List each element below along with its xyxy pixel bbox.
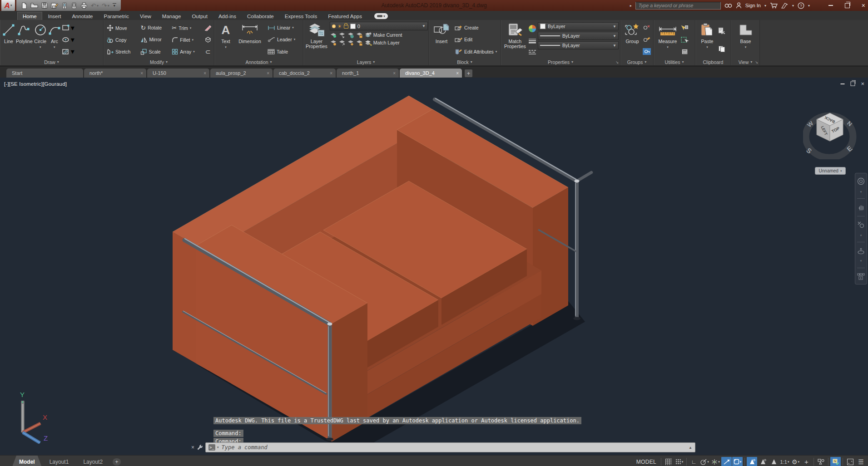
make-current-button[interactable]: Make Current xyxy=(373,32,402,38)
command-expand-icon[interactable]: ▲ xyxy=(689,446,692,450)
tab-parametric[interactable]: Parametric xyxy=(99,12,134,20)
viewport-close-icon[interactable]: × xyxy=(861,80,864,87)
isolate-objects-button[interactable] xyxy=(816,457,826,466)
tab-express-tools[interactable]: Express Tools xyxy=(280,12,322,20)
tab-home[interactable]: Home xyxy=(17,12,42,20)
copy-button[interactable]: Copy xyxy=(105,37,132,43)
ungroup-icon[interactable] xyxy=(643,25,650,30)
quick-calc-select-icon[interactable] xyxy=(680,36,689,43)
panel-properties-footer[interactable]: Properties▾↘ xyxy=(501,59,620,65)
panel-block-footer[interactable]: Block▾ xyxy=(429,59,501,65)
polyline-button[interactable]: Polyline xyxy=(15,21,33,59)
properties-dialog-launcher[interactable]: ↘ xyxy=(615,60,619,64)
table-button[interactable]: Table xyxy=(266,49,297,54)
layer-freeze-tool-icon[interactable] xyxy=(347,32,354,38)
file-tab-divano-3d-4[interactable]: divano_3D_4× xyxy=(400,69,462,78)
help-caret-icon[interactable]: ▾ xyxy=(808,4,810,8)
file-tab-north-1[interactable]: north_1× xyxy=(337,69,399,78)
linetype-icon[interactable] xyxy=(528,49,536,55)
layout1-tab[interactable]: Layout1 xyxy=(42,456,76,466)
help-search-box[interactable] xyxy=(635,2,721,10)
measure-button[interactable]: Measure ▾ xyxy=(655,21,680,59)
layout2-tab[interactable]: Layout2 xyxy=(76,456,110,466)
panel-annotation-footer[interactable]: Annotation▾ xyxy=(214,59,303,65)
layer-selector[interactable]: ☀ 0 ▼ xyxy=(330,22,428,30)
annotation-monitor-button[interactable]: + xyxy=(801,457,812,466)
match-properties-button[interactable]: Match Properties xyxy=(503,21,527,59)
close-button[interactable]: × xyxy=(862,2,865,9)
edit-attributes-button[interactable]: Edit Attributes▾ xyxy=(453,49,498,54)
tab-close-icon[interactable]: × xyxy=(330,71,332,76)
help-icon[interactable]: ? xyxy=(798,2,804,9)
edit-block-button[interactable]: Edit xyxy=(453,37,498,43)
zoom-icon[interactable] xyxy=(857,221,865,229)
workspace-switching-button[interactable]: ⚙▾ xyxy=(790,457,801,466)
restore-button[interactable] xyxy=(845,3,850,8)
line-button[interactable]: Line xyxy=(2,21,15,59)
orbit-icon[interactable] xyxy=(857,247,865,255)
panel-view-footer[interactable]: View▾↘ xyxy=(731,59,759,65)
panel-utilities-footer[interactable]: Utilities▾ xyxy=(654,59,695,65)
pan-icon[interactable] xyxy=(858,204,865,211)
lineweight-selector[interactable]: ByLayer ▼ xyxy=(538,32,619,40)
osnap-lines-button[interactable] xyxy=(721,457,732,466)
hatch-button[interactable]: ▾ xyxy=(62,47,74,56)
linear-dimension-button[interactable]: Linear▾ xyxy=(266,25,297,30)
quick-calc-icon[interactable] xyxy=(681,49,688,55)
search-input[interactable] xyxy=(638,2,719,9)
save-as-icon[interactable] xyxy=(51,2,58,9)
object-snap-tracking-button[interactable] xyxy=(769,457,779,466)
mirror-button[interactable]: Mirror xyxy=(139,37,163,43)
new-drawing-tab-button[interactable]: + xyxy=(465,69,472,77)
command-customize-icon[interactable] xyxy=(197,444,203,451)
create-block-button[interactable]: Create xyxy=(453,25,498,31)
file-tab-aula-prosp-2[interactable]: aula_prosp_2× xyxy=(210,69,273,78)
quick-select-icon[interactable] xyxy=(680,25,689,31)
text-button[interactable]: A Text ▾ xyxy=(216,21,235,59)
file-tab-start[interactable]: Start xyxy=(6,69,83,78)
snap-mode-button[interactable]: ▾ xyxy=(674,457,684,466)
stretch-button[interactable]: Stretch xyxy=(105,49,132,55)
panel-layers-footer[interactable]: Layers▾ xyxy=(303,59,428,65)
polar-tracking-button[interactable]: ▾ xyxy=(699,457,710,466)
annotation-scale-button[interactable]: 1:1▾ xyxy=(779,457,790,466)
model-tab[interactable]: Model xyxy=(12,456,42,466)
paste-button[interactable]: Paste ▾ xyxy=(697,21,717,59)
open-file-icon[interactable] xyxy=(30,2,38,9)
layer-thaw-tool-icon[interactable] xyxy=(347,39,354,46)
drawing-viewport[interactable]: [-][SE Isometric][Gouraud] × W N S E BAC… xyxy=(0,78,868,455)
layer-lock-tool-icon[interactable] xyxy=(356,32,363,38)
tab-manage[interactable]: Manage xyxy=(157,12,186,20)
plot-icon[interactable] xyxy=(61,2,68,9)
tab-close-icon[interactable]: × xyxy=(456,71,459,76)
osnap-3d-button[interactable] xyxy=(758,457,768,466)
ribbon-display-toggle[interactable]: ▾ xyxy=(374,13,388,19)
group-selection-toggle[interactable] xyxy=(643,48,651,55)
undo-button[interactable]: ↶▾ xyxy=(91,2,99,9)
sign-in-button[interactable]: Sign In xyxy=(745,3,761,8)
grid-display-button[interactable] xyxy=(663,457,674,466)
view-dialog-launcher[interactable]: ↘ xyxy=(755,60,758,64)
circle-button[interactable]: Circle ▾ xyxy=(33,21,48,59)
new-layout-button[interactable]: + xyxy=(113,458,121,466)
object-color-icon[interactable] xyxy=(528,25,536,33)
app-menu-button[interactable]: A ▾ xyxy=(1,0,15,11)
app-store-cart-icon[interactable] xyxy=(770,2,778,9)
named-view-selector[interactable]: Unnamed▾ xyxy=(815,167,846,175)
print-icon[interactable] xyxy=(80,2,88,9)
scale-button[interactable]: Scale xyxy=(139,49,163,55)
search-icon[interactable] xyxy=(724,3,732,9)
layer-isolate-tool-icon[interactable] xyxy=(338,32,346,38)
fillet-button[interactable]: Fillet▾ xyxy=(170,37,196,43)
move-button[interactable]: Move xyxy=(105,25,132,31)
explode-button[interactable] xyxy=(204,36,212,43)
publish-icon[interactable] xyxy=(71,2,77,9)
customization-menu-button[interactable]: ☰ xyxy=(856,457,866,466)
tab-view[interactable]: View xyxy=(135,12,156,20)
panel-clipboard-footer[interactable]: Clipboard xyxy=(695,59,731,65)
tab-annotate[interactable]: Annotate xyxy=(67,12,98,20)
tab-close-icon[interactable]: × xyxy=(267,71,269,76)
tab-featured-apps[interactable]: Featured Apps xyxy=(323,12,367,20)
search-collapse-icon[interactable]: ▸ xyxy=(630,4,632,8)
model-space-button[interactable]: MODEL xyxy=(634,457,659,466)
